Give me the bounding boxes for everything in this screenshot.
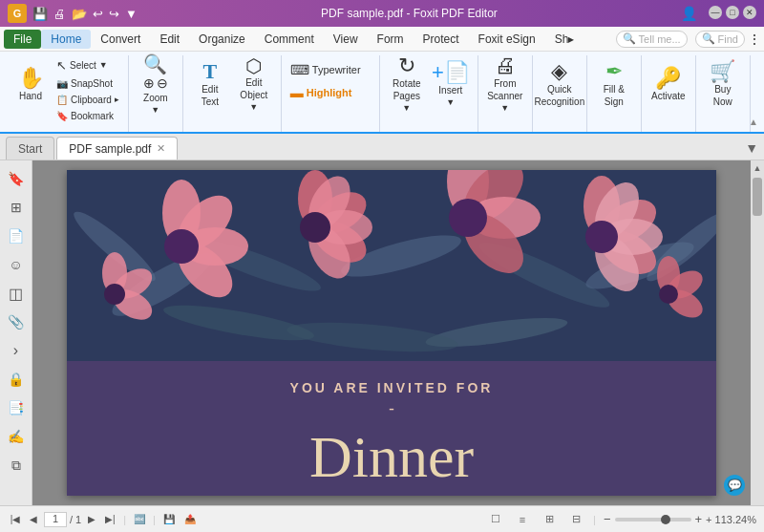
ribbon-group-fillsign: ✒ Fill & Sign	[589, 55, 642, 132]
tell-me-box[interactable]: 🔍 Tell me...	[616, 31, 688, 48]
sidebar-document[interactable]: 📄	[4, 223, 29, 248]
menu-more-icon[interactable]: ⋮	[749, 32, 760, 46]
current-page[interactable]: 1	[44, 512, 67, 527]
maximize-button[interactable]: □	[726, 6, 739, 19]
continuous-view[interactable]: ≡	[513, 512, 532, 527]
tab-start[interactable]: Start	[6, 137, 54, 160]
first-page-button[interactable]: |◀	[8, 512, 23, 527]
typewriter-button[interactable]: ⌨ Typewriter	[287, 59, 373, 80]
hand-button[interactable]: ✋ Hand	[10, 55, 52, 113]
menu-foxitesign[interactable]: Foxit eSign	[469, 30, 545, 49]
last-page-button[interactable]: ▶|	[102, 512, 117, 527]
pages-buttons: ↻ Rotate Pages ▼ +📄 Insert ▼	[386, 55, 472, 132]
invited-text: YOU ARE INVITED FOR	[86, 380, 697, 395]
close-button[interactable]: ✕	[743, 6, 756, 19]
window-title: PDF sample.pdf - Foxit PDF Editor	[321, 7, 498, 20]
tab-close-icon[interactable]: ✕	[157, 142, 165, 155]
prev-page-button[interactable]: ◀	[26, 512, 41, 527]
next-page-button[interactable]: ▶	[84, 512, 99, 527]
sidebar-bookmarks[interactable]: 🔖	[4, 166, 29, 191]
buynow-buttons: 🛒 Buy Now	[702, 55, 744, 132]
right-scrollbar: ▲	[751, 160, 764, 505]
edit-object-button[interactable]: ⬡ Edit Object ▼	[233, 55, 275, 113]
highlight-button[interactable]: ▬ Highlight	[287, 82, 373, 103]
user-icon[interactable]: 👤	[681, 6, 697, 21]
find-box[interactable]: 🔍 Find	[695, 31, 745, 48]
zoom-plus-button[interactable]: +	[695, 512, 703, 526]
quick-print-icon[interactable]: 🖨	[53, 7, 66, 21]
goto-page-icon[interactable]: 🔤	[132, 512, 147, 527]
quick-save-icon[interactable]: 💾	[32, 7, 48, 21]
select-button[interactable]: ↖ Select ▼	[53, 55, 122, 74]
ribbon-collapse-icon[interactable]: ▲	[749, 117, 762, 130]
menu-organize[interactable]: Organize	[189, 30, 255, 49]
edit-text-button[interactable]: T Edit Text	[189, 55, 231, 113]
two-page-view[interactable]: ⊞	[540, 512, 559, 527]
quick-redo-icon[interactable]: ↪	[109, 7, 119, 21]
single-page-view[interactable]: ☐	[486, 512, 505, 527]
chat-button[interactable]: 💬	[724, 475, 745, 496]
zoom-minus-button[interactable]: −	[604, 512, 611, 526]
menu-form[interactable]: Form	[368, 30, 414, 49]
zoom-thumb[interactable]	[661, 515, 670, 524]
ribbon-group-zoom: 🔍 ⊕ ⊖ Zoom ▼	[131, 55, 183, 132]
total-pages: 1	[75, 514, 81, 525]
buy-now-label: Buy	[714, 84, 731, 95]
menu-share[interactable]: Sh▸	[545, 30, 584, 49]
sidebar-layers[interactable]: ◫	[4, 281, 29, 306]
sidebar-security[interactable]: 🔒	[4, 367, 29, 392]
menu-convert[interactable]: Convert	[91, 30, 150, 49]
sidebar-copy[interactable]: ⧉	[4, 453, 29, 478]
search-icon: 🔍	[623, 32, 636, 45]
edit-object-label: Edit	[245, 77, 262, 88]
buy-now-button[interactable]: 🛒 Buy Now	[702, 55, 744, 113]
quick-undo-icon[interactable]: ↩	[93, 7, 103, 21]
quick-recognition-button[interactable]: ◈ Quick Recognition	[539, 55, 581, 113]
minimize-button[interactable]: —	[709, 6, 722, 19]
menu-protect[interactable]: Protect	[414, 30, 469, 49]
fill-sign-button[interactable]: ✒ Fill & Sign	[593, 55, 635, 113]
bookmark-button[interactable]: 🔖 Bookmark	[53, 108, 122, 123]
left-sidebar: 🔖 ⊞ 📄 ☺ ◫ 📎 › 🔒 📑 ✍ ⧉	[0, 160, 32, 505]
quick-more-icon[interactable]: ▼	[125, 7, 138, 21]
zoom-slider[interactable]	[615, 518, 691, 521]
svg-point-37	[663, 266, 708, 305]
activate-button[interactable]: 🔑 Activate	[647, 55, 690, 113]
snapshot-button[interactable]: 📷 SnapShot	[53, 75, 122, 91]
quick-open-icon[interactable]: 📂	[72, 7, 87, 21]
sidebar-signatures[interactable]: ✍	[4, 424, 29, 449]
svg-point-28	[586, 175, 648, 245]
share-status-icon[interactable]: 📤	[182, 512, 198, 527]
sidebar-fileinfo[interactable]: 📑	[4, 395, 29, 420]
sidebar-pages[interactable]: ⊞	[4, 195, 29, 220]
menu-view[interactable]: View	[324, 30, 368, 49]
save-icon[interactable]: 💾	[161, 512, 177, 527]
sidebar-attachments[interactable]: 📎	[4, 309, 29, 334]
menu-edit[interactable]: Edit	[150, 30, 189, 49]
app-logo: G	[8, 4, 27, 23]
zoom-in-icon: ⊕	[143, 75, 155, 91]
svg-point-39	[659, 285, 678, 304]
sidebar-expand[interactable]: ›	[4, 338, 29, 363]
spread-view[interactable]: ⊟	[566, 512, 585, 527]
scroll-thumb[interactable]	[753, 178, 762, 216]
scroll-up-arrow[interactable]: ▲	[751, 160, 764, 176]
rotate-pages-button[interactable]: ↻ Rotate Pages ▼	[386, 55, 428, 113]
svg-point-22	[468, 197, 541, 239]
svg-point-9	[168, 185, 243, 260]
clipboard-button[interactable]: 📋 Clipboard ▸	[53, 92, 122, 107]
tab-pdf-sample[interactable]: PDF sample.pdf ✕	[56, 137, 178, 160]
insert-dropdown: ▼	[446, 97, 455, 107]
tab-scroll-down[interactable]: ▼	[745, 140, 758, 156]
zoom-dropdown: ▼	[151, 105, 159, 115]
svg-point-41	[424, 312, 569, 353]
menu-comment[interactable]: Comment	[255, 30, 324, 49]
zoom-button[interactable]: 🔍 ⊕ ⊖ Zoom ▼	[135, 55, 177, 113]
from-scanner-button[interactable]: 🖨 From Scanner ▼	[484, 55, 526, 113]
typewriter-label: Typewriter	[312, 64, 361, 75]
svg-point-20	[447, 170, 489, 218]
menu-file[interactable]: File	[4, 30, 41, 49]
sidebar-comments[interactable]: ☺	[4, 252, 29, 277]
insert-button[interactable]: +📄 Insert ▼	[430, 55, 472, 113]
menu-home[interactable]: Home	[41, 30, 91, 49]
